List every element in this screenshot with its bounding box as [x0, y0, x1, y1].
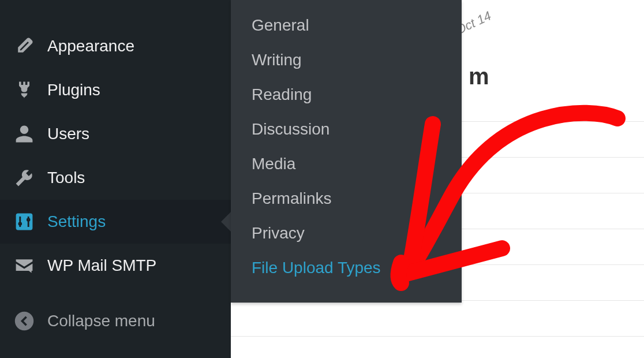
sidebar-item-plugins[interactable]: Plugins [0, 68, 231, 112]
submenu-item-general[interactable]: General [231, 8, 462, 43]
sidebar-item-settings[interactable]: Settings [0, 200, 231, 244]
submenu-item-reading[interactable]: Reading [231, 77, 462, 112]
submenu-label: Writing [252, 51, 302, 69]
submenu-item-writing[interactable]: Writing [231, 43, 462, 77]
collapse-label: Collapse menu [47, 312, 155, 330]
calendar-date-labels: Oct 14 Oct 15 [454, 0, 585, 38]
submenu-item-permalinks[interactable]: Permalinks [231, 181, 462, 216]
submenu-item-file-upload-types[interactable]: File Upload Types [231, 251, 462, 285]
sidebar-item-label: WP Mail SMTP [47, 256, 156, 275]
brush-icon [12, 33, 37, 59]
admin-sidebar: Appearance Plugins Users Tools Settings … [0, 0, 231, 358]
collapse-icon [12, 308, 37, 334]
sidebar-item-label: Users [47, 125, 89, 143]
submenu-item-discussion[interactable]: Discussion [231, 112, 462, 147]
text-fragment: m [469, 64, 489, 90]
submenu-label: General [252, 16, 309, 34]
sliders-icon [12, 209, 37, 234]
sidebar-item-label: Tools [47, 169, 85, 187]
sidebar-item-tools[interactable]: Tools [0, 156, 231, 200]
user-icon [12, 121, 37, 147]
svg-rect-0 [16, 214, 33, 230]
sidebar-item-appearance[interactable]: Appearance [0, 24, 231, 68]
active-indicator [221, 211, 231, 232]
sidebar-item-users[interactable]: Users [0, 112, 231, 156]
wrench-icon [12, 165, 37, 191]
submenu-item-media[interactable]: Media [231, 147, 462, 181]
collapse-menu-button[interactable]: Collapse menu [0, 299, 231, 343]
settings-submenu: General Writing Reading Discussion Media… [231, 0, 462, 303]
submenu-label: File Upload Types [252, 259, 381, 277]
submenu-label: Permalinks [252, 189, 331, 207]
submenu-label: Discussion [252, 120, 330, 138]
submenu-label: Privacy [252, 224, 305, 242]
mail-icon [12, 253, 37, 278]
sidebar-item-label: Plugins [47, 81, 100, 99]
svg-point-1 [15, 312, 33, 330]
sidebar-item-label: Settings [47, 212, 106, 231]
sidebar-item-label: Appearance [47, 37, 134, 55]
plug-icon [12, 77, 37, 103]
sidebar-item-wp-mail-smtp[interactable]: WP Mail SMTP [0, 244, 231, 288]
submenu-item-privacy[interactable]: Privacy [231, 216, 462, 251]
submenu-label: Reading [252, 85, 312, 103]
submenu-label: Media [252, 155, 295, 173]
